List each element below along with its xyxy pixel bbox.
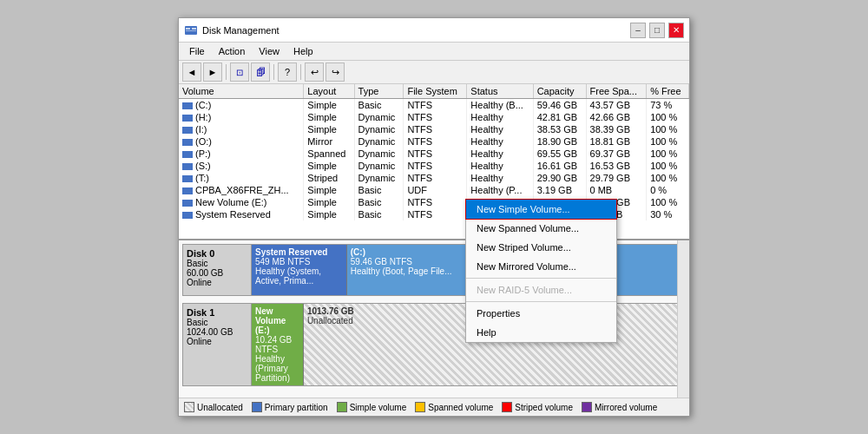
legend-primary-label: Primary partition: [265, 403, 328, 412]
cell-capacity: 3.19 GB: [533, 184, 586, 196]
cell-layout: Simple: [304, 184, 354, 196]
cell-pct: 73 %: [647, 99, 689, 112]
cell-pct: 100 %: [647, 111, 689, 123]
redo-button[interactable]: ↪: [326, 62, 345, 82]
cell-volume: (O:): [179, 135, 304, 148]
legend-striped-box: [502, 402, 512, 412]
cell-fs: NTFS: [404, 196, 467, 208]
disk-0-label: Disk 0 Basic 60.00 GB Online: [182, 244, 252, 296]
table-row[interactable]: (H:) Simple Dynamic NTFS Healthy 42.81 G…: [179, 111, 689, 123]
disk-0-size: 60.00 GB: [187, 268, 247, 278]
legend-spanned-label: Spanned volume: [428, 403, 493, 412]
menu-view[interactable]: View: [252, 44, 286, 58]
ctx-item-0[interactable]: New Simple Volume...: [466, 200, 616, 219]
refresh-button[interactable]: 🗐: [251, 62, 270, 82]
table-row[interactable]: (S:) Simple Dynamic NTFS Healthy 16.61 G…: [179, 160, 689, 172]
cell-type: Dynamic: [354, 172, 404, 184]
cell-pct: 100 %: [647, 123, 689, 135]
cell-layout: Simple: [304, 99, 354, 112]
cell-layout: Spanned: [304, 148, 354, 160]
forward-button[interactable]: ►: [203, 62, 222, 82]
cell-layout: Simple: [304, 196, 354, 208]
menu-action[interactable]: Action: [212, 44, 253, 58]
menu-file[interactable]: File: [182, 44, 212, 58]
table-row[interactable]: (I:) Simple Dynamic NTFS Healthy 38.53 G…: [179, 123, 689, 135]
table-row[interactable]: (O:) Mirror Dynamic NTFS Healthy 18.90 G…: [179, 135, 689, 148]
table-row[interactable]: (C:) Simple Basic NTFS Healthy (B... 59.…: [179, 99, 689, 112]
cell-type: Dynamic: [354, 123, 404, 135]
col-pct: % Free: [647, 84, 689, 99]
cell-status: Healthy (B...: [467, 99, 533, 112]
undo-button[interactable]: ↩: [305, 62, 324, 82]
cell-free: 18.81 GB: [586, 135, 647, 148]
cell-fs: NTFS: [404, 148, 467, 160]
cell-free: 16.53 GB: [586, 160, 647, 172]
legend-striped-label: Striped volume: [515, 403, 573, 412]
ctx-item-6[interactable]: Help: [466, 323, 616, 342]
table-row[interactable]: (P:) Spanned Dynamic NTFS Healthy 69.55 …: [179, 148, 689, 160]
cell-type: Dynamic: [354, 135, 404, 148]
col-free: Free Spa...: [586, 84, 647, 99]
help-button[interactable]: ?: [278, 62, 297, 82]
col-status: Status: [467, 84, 533, 99]
toolbar-sep-1: [226, 64, 227, 80]
cell-type: Basic: [354, 208, 404, 220]
cell-volume: (I:): [179, 123, 304, 135]
legend-unallocated-box: [184, 402, 194, 412]
cell-volume: (C:): [179, 99, 304, 112]
cell-layout: Simple: [304, 208, 354, 220]
legend-mirrored: Mirrored volume: [582, 402, 657, 412]
disk-1-partition-0[interactable]: New Volume (E:) 10.24 GB NTFS Healthy (P…: [252, 304, 304, 385]
cell-status: Healthy (P...: [467, 184, 533, 196]
ctx-item-3[interactable]: New Mirrored Volume...: [466, 257, 616, 276]
app-icon: [184, 23, 198, 37]
col-type: Type: [354, 84, 404, 99]
disk-1-size: 1024.00 GB: [187, 327, 247, 337]
close-button[interactable]: ✕: [668, 23, 684, 38]
disk-0-type: Basic: [187, 259, 247, 268]
maximize-button[interactable]: □: [649, 23, 665, 38]
cell-status: Healthy: [467, 123, 533, 135]
cell-fs: NTFS: [404, 160, 467, 172]
ctx-item-5[interactable]: Properties: [466, 304, 616, 323]
scrollbar[interactable]: [677, 240, 689, 398]
window-title: Disk Management: [202, 25, 279, 36]
svg-rect-1: [186, 28, 190, 30]
cell-layout: Striped: [304, 172, 354, 184]
rescan-button[interactable]: ⊡: [230, 62, 249, 82]
ctx-item-1[interactable]: New Spanned Volume...: [466, 219, 616, 238]
back-button[interactable]: ◄: [182, 62, 201, 82]
disk-1-type: Basic: [187, 318, 247, 327]
title-bar-left: Disk Management: [184, 23, 279, 37]
cell-capacity: 16.61 GB: [533, 160, 586, 172]
title-bar: Disk Management – □ ✕: [179, 18, 689, 43]
context-menu: New Simple Volume...New Spanned Volume..…: [465, 199, 617, 343]
legend-unallocated: Unallocated: [184, 402, 243, 412]
cell-pct: 100 %: [647, 160, 689, 172]
cell-status: Healthy: [467, 135, 533, 148]
menu-help[interactable]: Help: [286, 44, 320, 58]
table-row[interactable]: CPBA_X86FRE_ZH... Simple Basic UDF Healt…: [179, 184, 689, 196]
disk-0-partition-0[interactable]: System Reserved 549 MB NTFS Healthy (Sys…: [252, 245, 347, 295]
disk-1-name: Disk 1: [187, 307, 247, 318]
cell-type: Dynamic: [354, 160, 404, 172]
cell-volume: CPBA_X86FRE_ZH...: [179, 184, 304, 196]
cell-status: Healthy: [467, 172, 533, 184]
cell-type: Dynamic: [354, 111, 404, 123]
cell-layout: Simple: [304, 123, 354, 135]
cell-volume: (S:): [179, 160, 304, 172]
legend-unallocated-label: Unallocated: [197, 403, 243, 412]
table-row[interactable]: (T:) Striped Dynamic NTFS Healthy 29.90 …: [179, 172, 689, 184]
cell-pct: 100 %: [647, 196, 689, 208]
ctx-item-2[interactable]: New Striped Volume...: [466, 238, 616, 257]
disk-1-label: Disk 1 Basic 1024.00 GB Online: [182, 303, 252, 386]
cell-fs: NTFS: [404, 172, 467, 184]
legend-simple-box: [337, 402, 347, 412]
cell-status: Healthy: [467, 160, 533, 172]
minimize-button[interactable]: –: [630, 23, 646, 38]
cell-type: Basic: [354, 196, 404, 208]
cell-free: 42.66 GB: [586, 111, 647, 123]
disk-1-part0-size: 10.24 GB NTFS: [255, 335, 299, 354]
cell-capacity: 42.81 GB: [533, 111, 586, 123]
legend-striped: Striped volume: [502, 402, 573, 412]
